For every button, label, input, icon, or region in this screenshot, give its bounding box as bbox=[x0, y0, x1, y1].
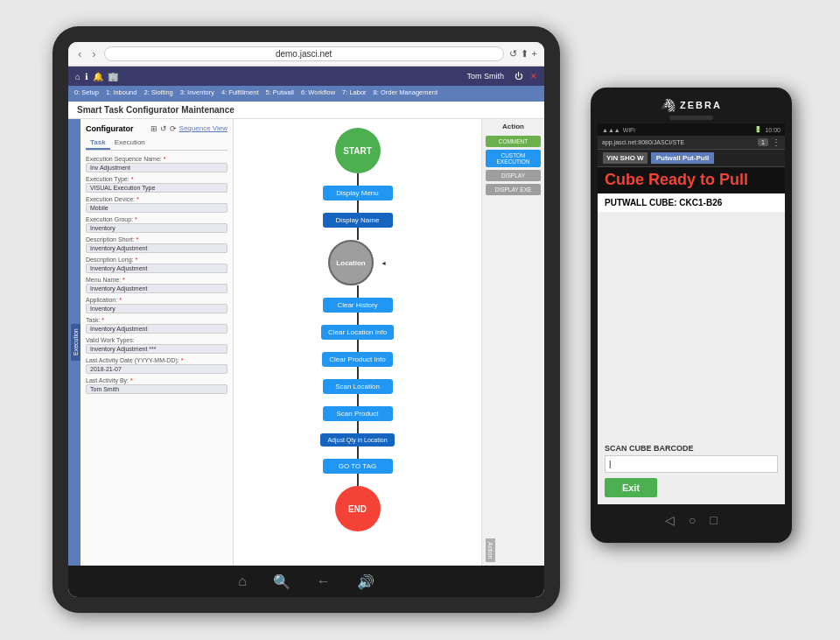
display-name-box[interactable]: Display Name bbox=[323, 213, 393, 228]
menu-item-order[interactable]: 8: Order Management bbox=[371, 88, 440, 100]
close-nav-icon[interactable]: ✕ bbox=[530, 72, 537, 81]
field-application: Application: * Inventory bbox=[86, 297, 228, 313]
field-execution-type: Execution Type: * VISUAL Execution Type bbox=[86, 176, 228, 193]
label-execution-sequence: Execution Sequence Name: * bbox=[86, 156, 228, 162]
notification-icon[interactable]: 🔔 bbox=[93, 72, 103, 81]
phone-menu-dots-icon[interactable]: ⋮ bbox=[772, 137, 780, 147]
connector-4 bbox=[357, 285, 359, 298]
value-last-activity-by[interactable]: Tom Smith bbox=[86, 384, 228, 394]
phone-url-text[interactable]: app.jasci.net:8080/JASCI/STE bbox=[602, 139, 754, 145]
building-icon[interactable]: 🏢 bbox=[108, 72, 118, 81]
zebra-logo: 🦓 ZEBRA bbox=[661, 98, 722, 112]
zebra-icon: 🦓 bbox=[661, 98, 677, 112]
tablet-volume-icon[interactable]: 🔊 bbox=[357, 573, 374, 590]
action-btn-custom-execution[interactable]: CUSTOM EXECUTION bbox=[486, 150, 541, 167]
side-tab-execution[interactable]: Execution bbox=[71, 324, 80, 362]
value-execution-device[interactable]: Mobile bbox=[86, 203, 228, 213]
connector-8 bbox=[357, 394, 359, 406]
value-menu-name[interactable]: Inventory Adjustment bbox=[86, 284, 228, 293]
clock-display: 10:00 bbox=[765, 127, 780, 133]
label-task: Task: * bbox=[86, 317, 228, 323]
label-description-short: Description Short: * bbox=[86, 236, 228, 243]
menu-item-fulfillment[interactable]: 4: Fulfillment bbox=[219, 88, 262, 100]
phone-speaker bbox=[669, 116, 713, 120]
clear-product-box[interactable]: Clear Product Info bbox=[322, 352, 392, 367]
value-execution-type[interactable]: VISUAL Execution Type bbox=[86, 183, 228, 193]
refresh-icon[interactable]: ↺ bbox=[509, 48, 517, 60]
tablet-device: ‹ › demo.jasci.net ↺ ⬆ + ⌂ ℹ 🔔 🏢 Tom Smi… bbox=[52, 26, 560, 613]
field-description-short: Description Short: * Inventory Adjustmen… bbox=[86, 236, 228, 253]
browser-back-button[interactable]: ‹ bbox=[75, 47, 84, 60]
info-icon[interactable]: ℹ bbox=[85, 72, 88, 81]
sequence-view-link[interactable]: Sequence View bbox=[179, 124, 228, 133]
menu-item-inbound[interactable]: 1: Inbound bbox=[103, 88, 139, 100]
menu-item-slotting[interactable]: 2: Slotting bbox=[141, 88, 175, 100]
tablet-back-icon[interactable]: ← bbox=[317, 573, 331, 589]
phone-device: 🦓 ZEBRA ▲▲▲ WiFi 🔋 10:00 app.jasci.net:8… bbox=[591, 88, 792, 543]
adjust-qty-box[interactable]: Adjust Qty in Location bbox=[320, 433, 394, 447]
home-icon[interactable]: ⌂ bbox=[75, 72, 80, 81]
display-menu-box[interactable]: Display Menu bbox=[323, 186, 393, 200]
value-description-short[interactable]: Inventory Adjustment bbox=[86, 243, 228, 253]
menu-item-workflow[interactable]: 6: Workflow bbox=[298, 88, 338, 100]
phone-header-title: Putwall Put-Pull bbox=[651, 152, 714, 164]
value-valid-work-types[interactable]: Inventory Adjustment *** bbox=[86, 344, 228, 354]
menu-item-inventory[interactable]: 3: Inventory bbox=[178, 88, 217, 100]
menu-item-labor[interactable]: 7: Labor bbox=[340, 88, 369, 100]
clear-history-box[interactable]: Clear History bbox=[323, 298, 393, 313]
location-node[interactable]: Location bbox=[328, 240, 374, 285]
menu-item-putwall[interactable]: 5: Putwall bbox=[262, 88, 297, 100]
browser-action-icons: ↺ ⬆ + bbox=[509, 48, 537, 60]
value-application[interactable]: Inventory bbox=[86, 304, 228, 313]
phone-exit-button[interactable]: Exit bbox=[605, 478, 657, 497]
flow-node-adjust-qty: Adjust Qty in Location bbox=[320, 433, 394, 447]
tab-task[interactable]: Task bbox=[86, 137, 110, 150]
flow-node-clear-product: Clear Product Info bbox=[322, 352, 392, 367]
scan-product-box[interactable]: Scan Product bbox=[323, 406, 393, 421]
value-execution-group[interactable]: Inventory bbox=[86, 223, 228, 233]
phone-scan-section: SCAN CUBE BARCODE Exit bbox=[598, 212, 785, 504]
side-tab-task[interactable]: Task bbox=[68, 331, 71, 354]
clear-location-box[interactable]: Clear Location Info bbox=[321, 325, 394, 340]
action-btn-comment[interactable]: COMMENT bbox=[486, 136, 541, 147]
end-node[interactable]: END bbox=[335, 486, 381, 531]
start-node[interactable]: START bbox=[335, 128, 381, 173]
refresh-config-icon[interactable]: ↺ bbox=[160, 124, 167, 133]
phone-status-right: 🔋 10:00 bbox=[754, 126, 780, 133]
field-execution-group: Execution Group: * Inventory bbox=[86, 216, 228, 233]
field-menu-name: Menu Name: * Inventory Adjustment bbox=[86, 277, 228, 293]
phone-screen: ▲▲▲ WiFi 🔋 10:00 app.jasci.net:8080/JASC… bbox=[598, 123, 785, 504]
table-icon[interactable]: ⊞ bbox=[150, 124, 158, 133]
flow-scroll-container[interactable]: START Display Menu Display Name bbox=[234, 119, 481, 566]
value-execution-sequence[interactable]: Inv Adjustment bbox=[86, 163, 228, 172]
browser-forward-button[interactable]: › bbox=[89, 47, 98, 60]
action-btn-display[interactable]: DISPLAY bbox=[486, 170, 541, 181]
connector-7 bbox=[357, 367, 359, 379]
scan-location-box[interactable]: Scan Location bbox=[323, 379, 393, 394]
field-valid-work-types: Valid Work Types: Inventory Adjustment *… bbox=[86, 337, 228, 354]
sync-icon[interactable]: ⟳ bbox=[170, 124, 177, 133]
value-description-long[interactable]: Inventory Adjustment bbox=[86, 264, 228, 273]
tablet-home-icon[interactable]: ⌂ bbox=[238, 573, 247, 589]
phone-home-button[interactable]: ○ bbox=[689, 513, 696, 527]
phone-recents-button[interactable]: □ bbox=[710, 513, 718, 527]
menu-item-setup[interactable]: 0: Setup bbox=[72, 88, 102, 100]
add-tab-icon[interactable]: + bbox=[532, 48, 537, 60]
tab-execution[interactable]: Execution bbox=[110, 137, 150, 150]
power-icon[interactable]: ⏻ bbox=[514, 72, 522, 81]
go-to-tag-box[interactable]: GO TO TAG bbox=[323, 459, 393, 474]
action-btn-display-exe[interactable]: DISPLAY EXE bbox=[486, 184, 541, 195]
connector-2 bbox=[357, 200, 359, 213]
value-last-activity-date[interactable]: 2018-21-07 bbox=[86, 364, 228, 374]
flow-node-display-name: Display Name bbox=[323, 213, 393, 228]
share-icon[interactable]: ⬆ bbox=[521, 48, 528, 60]
action-side-tab[interactable]: Action bbox=[486, 538, 495, 562]
phone-scan-input[interactable] bbox=[605, 455, 778, 473]
browser-url-bar[interactable]: demo.jasci.net bbox=[104, 46, 504, 61]
side-tab-container: Execution Task bbox=[68, 119, 80, 566]
configurator-action-icons: ⊞ ↺ ⟳ Sequence View bbox=[150, 124, 228, 133]
phone-back-button[interactable]: ◁ bbox=[665, 513, 675, 527]
label-last-activity-by: Last Activity By: * bbox=[86, 377, 228, 383]
value-task[interactable]: Inventory Adjustment bbox=[86, 324, 228, 334]
tablet-search-icon[interactable]: 🔍 bbox=[273, 573, 290, 590]
